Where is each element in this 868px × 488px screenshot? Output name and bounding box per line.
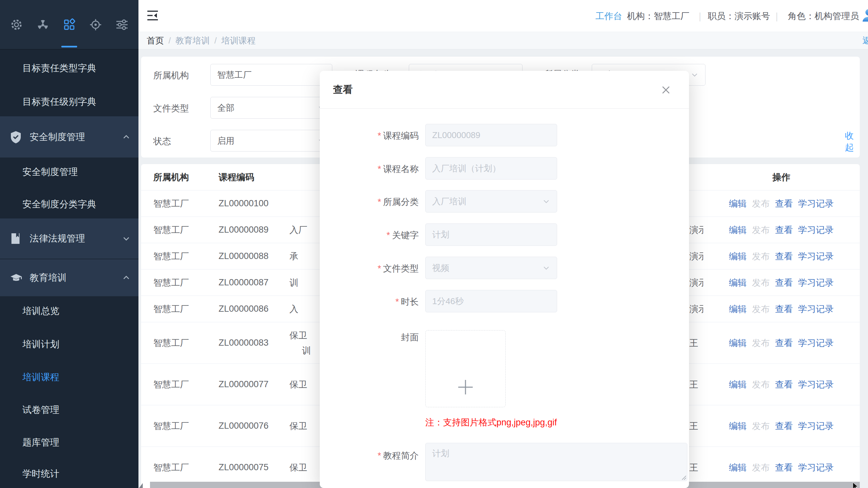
cell-actions: 编辑 发布 查看 学习记录	[706, 296, 857, 322]
publish-link: 发布	[752, 277, 770, 289]
learning-records-link[interactable]: 学习记录	[798, 277, 834, 289]
sidebar-item-label: 试卷管理	[23, 404, 59, 416]
field-keyword-input	[425, 223, 557, 246]
cell-creator: 演示	[689, 269, 703, 296]
cover-upload-area[interactable]	[425, 330, 506, 407]
publish-link: 发布	[752, 303, 770, 315]
sidebar-item-target-type-dict[interactable]: 目标责任类型字典	[0, 52, 138, 85]
active-icon-underline	[61, 46, 77, 47]
sidebar-item-safety-system-category-dict[interactable]: 安全制度分类字典	[0, 188, 138, 221]
grid-icon[interactable]	[62, 18, 76, 32]
sidebar-item-question-bank-mgmt[interactable]: 题库管理	[0, 426, 138, 459]
mouse-cursor	[852, 482, 860, 488]
field-label-duration: *时长	[327, 296, 419, 308]
field-label-code: *课程编码	[327, 130, 419, 142]
sidebar-item-label: 培训计划	[23, 338, 59, 351]
filter-status-select[interactable]: 启用	[210, 130, 332, 152]
breadcrumb-education[interactable]: 教育培训	[175, 35, 210, 46]
edit-link[interactable]: 编辑	[729, 337, 747, 349]
sidebar-item-label: 学时统计	[23, 467, 59, 480]
edit-link[interactable]: 编辑	[729, 303, 747, 315]
view-link[interactable]: 查看	[775, 462, 793, 474]
learning-records-link[interactable]: 学习记录	[798, 337, 834, 349]
breadcrumb-separator: /	[214, 36, 217, 46]
view-link[interactable]: 查看	[775, 224, 793, 236]
sidebar-icon-bar	[0, 0, 138, 50]
sidebar-item-label: 目标责任级别字典	[23, 96, 96, 108]
learning-records-link[interactable]: 学习记录	[798, 198, 834, 209]
field-duration-input	[425, 290, 557, 313]
sidebar-group-safety-system[interactable]: 安全制度管理	[0, 116, 138, 158]
chevron-up-icon	[122, 133, 130, 141]
breadcrumb-home[interactable]: 首页	[147, 35, 164, 46]
sidebar-item-hours-statistics[interactable]: 学时统计	[0, 459, 138, 488]
view-link[interactable]: 查看	[775, 277, 793, 289]
menu-fold-icon[interactable]	[147, 10, 159, 21]
learning-records-link[interactable]: 学习记录	[798, 379, 834, 390]
textarea-resize-handle[interactable]	[681, 475, 686, 480]
target-icon[interactable]	[89, 18, 102, 32]
cell-code: ZL00000089	[219, 217, 269, 243]
dialog-header: 查看	[320, 71, 689, 109]
shield-check-icon	[10, 130, 23, 144]
view-link[interactable]: 查看	[775, 420, 793, 432]
header-org: 所属机构	[153, 164, 189, 190]
edit-link[interactable]: 编辑	[729, 379, 747, 390]
top-header: 工作台 机构：智慧工厂 ｜ 职员：演示账号 ｜ 角色：机构管理员	[138, 0, 868, 32]
cell-actions: 编辑 发布 查看 学习记录	[706, 269, 857, 296]
sidebar-item-label: 培训总览	[23, 305, 59, 317]
cell-actions: 编辑 发布 查看 学习记录	[706, 364, 857, 405]
edit-link[interactable]: 编辑	[729, 277, 747, 289]
cell-code: ZL00000086	[219, 296, 269, 322]
workbench-link[interactable]: 工作台	[595, 0, 622, 32]
view-course-dialog: 查看 *课程编码 *课程名称 *所属分类 入厂培训 *关键字 *文件类型 视频 …	[320, 71, 689, 488]
edit-link[interactable]: 编辑	[729, 224, 747, 236]
sidebar-item-exam-paper-mgmt[interactable]: 试卷管理	[0, 393, 138, 426]
plus-icon	[456, 377, 475, 397]
view-link[interactable]: 查看	[775, 337, 793, 349]
learning-records-link[interactable]: 学习记录	[798, 251, 834, 262]
breadcrumb-overflow-link[interactable]: 返回	[862, 35, 868, 46]
cell-code: ZL00000088	[219, 243, 269, 269]
sidebar-item-training-plan[interactable]: 培训计划	[0, 328, 138, 361]
view-link[interactable]: 查看	[775, 379, 793, 390]
view-link[interactable]: 查看	[775, 251, 793, 262]
edit-link[interactable]: 编辑	[729, 251, 747, 262]
close-icon[interactable]	[660, 84, 672, 96]
cell-course-name: 保卫	[289, 405, 320, 447]
cell-course-name: 保卫	[289, 364, 320, 405]
view-link[interactable]: 查看	[775, 198, 793, 209]
field-label-cover: 封面	[327, 331, 419, 343]
sidebar-group-education[interactable]: 教育培训	[0, 259, 138, 296]
breadcrumb-course: 培训课程	[221, 35, 255, 46]
learning-records-link[interactable]: 学习记录	[798, 420, 834, 432]
field-label-filetype: *文件类型	[327, 263, 419, 274]
publish-link: 发布	[752, 198, 770, 209]
collapse-filters-link[interactable]: 收起	[845, 130, 860, 154]
edit-link[interactable]: 编辑	[729, 462, 747, 474]
field-label-name: *课程名称	[327, 163, 419, 175]
sidebar-item-training-overview[interactable]: 培训总览	[0, 295, 138, 328]
cell-actions: 编辑 发布 查看 学习记录	[706, 191, 857, 217]
user-avatar[interactable]	[861, 8, 868, 23]
edit-link[interactable]: 编辑	[729, 198, 747, 209]
breadcrumb: 首页 / 教育培训 / 培训课程 返回	[138, 32, 868, 50]
view-link[interactable]: 查看	[775, 303, 793, 315]
sidebar-item-safety-system-mgmt[interactable]: 安全制度管理	[0, 156, 138, 189]
learning-records-link[interactable]: 学习记录	[798, 224, 834, 236]
settings-icon[interactable]	[9, 18, 23, 32]
publish-link: 发布	[752, 251, 770, 262]
sidebar-item-label: 安全制度管理	[23, 166, 78, 178]
sidebar-group-laws[interactable]: 法律法规管理	[0, 219, 138, 259]
filter-org-label: 所属机构	[153, 69, 189, 82]
edit-link[interactable]: 编辑	[729, 420, 747, 432]
learning-records-link[interactable]: 学习记录	[798, 462, 834, 474]
fan-icon[interactable]	[36, 18, 50, 32]
filter-file-type-select[interactable]: 全部	[210, 97, 332, 119]
sidebar-item-label: 安全制度分类字典	[23, 198, 96, 210]
sidebar-item-training-course[interactable]: 培训课程	[0, 361, 138, 394]
learning-records-link[interactable]: 学习记录	[798, 303, 834, 315]
sidebar-item-target-level-dict[interactable]: 目标责任级别字典	[0, 85, 138, 118]
filter-org-input[interactable]	[210, 64, 332, 86]
sliders-icon[interactable]	[115, 18, 129, 32]
